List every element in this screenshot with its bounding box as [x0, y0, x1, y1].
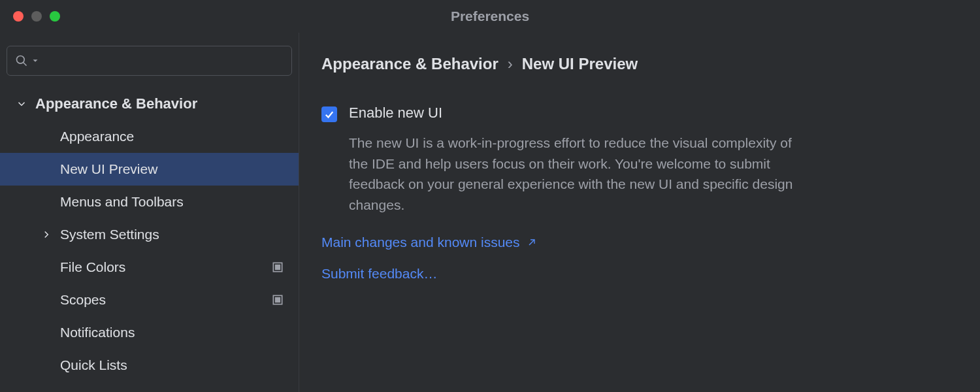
- sidebar-item-new-ui-preview[interactable]: New UI Preview: [0, 153, 299, 186]
- breadcrumb-current: New UI Preview: [522, 55, 638, 73]
- sidebar-category-appearance-behavior[interactable]: Appearance & Behavior: [0, 88, 299, 120]
- sidebar: Appearance & Behavior Appearance New UI …: [0, 33, 299, 392]
- sidebar-item-label: Scopes: [60, 292, 271, 308]
- chevron-down-icon: [31, 56, 40, 65]
- check-icon: [323, 108, 335, 120]
- search-icon: [15, 54, 28, 67]
- sidebar-item-system-settings[interactable]: System Settings: [0, 218, 299, 251]
- breadcrumb: Appearance & Behavior › New UI Preview: [321, 55, 958, 73]
- traffic-lights: [0, 11, 60, 22]
- sidebar-item-label: Quick Lists: [60, 357, 299, 373]
- sidebar-item-label: New UI Preview: [60, 161, 299, 177]
- sidebar-item-label: Appearance: [60, 129, 299, 144]
- search-input[interactable]: [7, 46, 292, 76]
- sidebar-item-quick-lists[interactable]: Quick Lists: [0, 349, 299, 382]
- sidebar-item-scopes[interactable]: Scopes: [0, 284, 299, 316]
- breadcrumb-parent: Appearance & Behavior: [321, 55, 498, 73]
- project-level-icon: [271, 293, 284, 306]
- sidebar-item-menus-toolbars[interactable]: Menus and Toolbars: [0, 186, 299, 218]
- search-wrap: [0, 46, 299, 88]
- sidebar-item-label: Notifications: [60, 325, 299, 340]
- close-window-button[interactable]: [13, 11, 24, 22]
- svg-rect-3: [276, 265, 280, 270]
- sidebar-item-appearance[interactable]: Appearance: [0, 120, 299, 153]
- sidebar-item-label: File Colors: [60, 259, 271, 275]
- sidebar-item-label: Menus and Toolbars: [60, 194, 299, 210]
- content-panel: Appearance & Behavior › New UI Preview E…: [299, 33, 980, 392]
- enable-new-ui-label: Enable new UI: [349, 105, 442, 122]
- submit-feedback-link[interactable]: Submit feedback…: [321, 266, 958, 282]
- chevron-down-icon: [16, 98, 27, 110]
- link-label: Submit feedback…: [321, 266, 437, 282]
- svg-rect-5: [276, 298, 280, 302]
- sidebar-item-file-colors[interactable]: File Colors: [0, 251, 299, 284]
- settings-tree: Appearance & Behavior Appearance New UI …: [0, 88, 299, 382]
- external-link-icon: [527, 237, 537, 248]
- minimize-window-button[interactable]: [31, 11, 42, 22]
- sidebar-category-label: Appearance & Behavior: [35, 95, 299, 112]
- description-text: The new UI is a work-in-progress effort …: [349, 133, 793, 215]
- maximize-window-button[interactable]: [50, 11, 60, 22]
- chevron-right-icon: ›: [508, 55, 513, 73]
- sidebar-item-label: System Settings: [60, 227, 299, 242]
- project-level-icon: [271, 261, 284, 274]
- svg-line-6: [529, 240, 534, 245]
- window-title: Preferences: [451, 8, 529, 24]
- enable-new-ui-checkbox[interactable]: [321, 106, 337, 122]
- svg-line-1: [24, 63, 27, 66]
- titlebar: Preferences: [0, 0, 980, 33]
- main-changes-link[interactable]: Main changes and known issues: [321, 235, 958, 250]
- enable-new-ui-row: Enable new UI: [321, 105, 958, 122]
- chevron-right-icon: [41, 229, 52, 240]
- sidebar-item-notifications[interactable]: Notifications: [0, 316, 299, 349]
- main-layout: Appearance & Behavior Appearance New UI …: [0, 33, 980, 392]
- svg-point-0: [17, 56, 25, 64]
- link-label: Main changes and known issues: [321, 235, 520, 250]
